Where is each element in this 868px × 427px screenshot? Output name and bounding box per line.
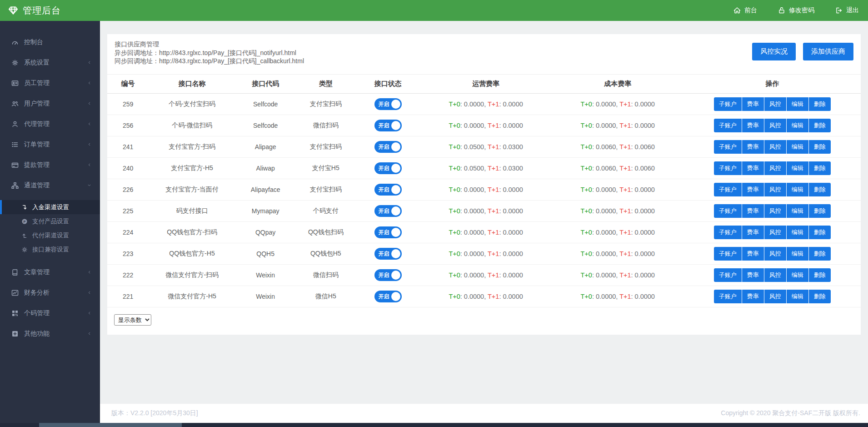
- action-rate-button[interactable]: 费率: [742, 268, 764, 282]
- sidebar-subitem-payout-channel-settings[interactable]: 代付渠道设置: [0, 228, 100, 242]
- action-edit-button[interactable]: 编辑: [787, 140, 808, 154]
- sidebar-subitem-interface-compat-settings[interactable]: 接口兼容设置: [0, 242, 100, 256]
- action-subaccount-button[interactable]: 子账户: [714, 226, 742, 239]
- status-toggle[interactable]: 开启: [374, 162, 402, 174]
- status-toggle[interactable]: 开启: [374, 291, 402, 302]
- action-subaccount-button[interactable]: 子账户: [714, 97, 742, 111]
- status-toggle[interactable]: 开启: [374, 248, 402, 260]
- action-subaccount-button[interactable]: 子账户: [714, 247, 742, 261]
- action-button-group: 子账户费率风控编辑删除: [714, 226, 831, 239]
- sidebar-item-withdraw-management[interactable]: 提款管理: [0, 155, 100, 175]
- action-delete-button[interactable]: 删除: [809, 119, 831, 132]
- row-interface-name: 微信支付官方-扫码: [149, 265, 235, 286]
- action-delete-button[interactable]: 删除: [809, 140, 831, 154]
- action-delete-button[interactable]: 删除: [809, 268, 831, 282]
- action-rate-button[interactable]: 费率: [742, 119, 764, 132]
- action-risk-button[interactable]: 风控: [764, 183, 786, 196]
- action-delete-button[interactable]: 删除: [809, 161, 831, 175]
- action-delete-button[interactable]: 删除: [809, 97, 831, 111]
- sidebar-item-dashboard[interactable]: 控制台: [0, 32, 100, 52]
- status-toggle-label: 开启: [379, 207, 389, 215]
- status-toggle-label: 开启: [379, 143, 389, 151]
- sidebar-item-personal-code-management[interactable]: 个码管理: [0, 303, 100, 323]
- action-delete-button[interactable]: 删除: [809, 183, 831, 196]
- action-rate-button[interactable]: 费率: [742, 290, 764, 303]
- action-risk-button[interactable]: 风控: [764, 161, 786, 175]
- sidebar-item-agent-management[interactable]: 代理管理: [0, 114, 100, 134]
- table-row: 226支付宝官方-当面付Alipayface支付宝扫码开启T+0: 0.0000…: [107, 179, 861, 201]
- sidebar-item-order-management[interactable]: 订单管理: [0, 134, 100, 155]
- action-delete-button[interactable]: 删除: [809, 226, 831, 239]
- sidebar-subitem-deposit-channel-settings[interactable]: 入金渠道设置: [0, 200, 100, 214]
- action-rate-button[interactable]: 费率: [742, 97, 764, 111]
- status-toggle[interactable]: 开启: [374, 184, 402, 196]
- add-supplier-button[interactable]: 添加供应商: [803, 43, 853, 60]
- action-rate-button[interactable]: 费率: [742, 204, 764, 218]
- header-id: 编号: [107, 75, 149, 94]
- action-subaccount-button[interactable]: 子账户: [714, 204, 742, 218]
- sidebar-item-user-management[interactable]: 用户管理: [0, 93, 100, 114]
- sidebar-item-finance-analysis[interactable]: 财务分析: [0, 282, 100, 303]
- horizontal-scrollbar-thumb[interactable]: [39, 423, 182, 427]
- topbar-link-logout[interactable]: 退出: [835, 6, 859, 15]
- action-risk-button[interactable]: 风控: [764, 204, 786, 218]
- page-size-select[interactable]: 显示条数: [114, 314, 151, 326]
- status-toggle[interactable]: 开启: [374, 226, 402, 238]
- sidebar-item-channel-management[interactable]: 通道管理: [0, 175, 100, 196]
- sidebar-item-label: 员工管理: [24, 79, 50, 87]
- action-subaccount-button[interactable]: 子账户: [714, 161, 742, 175]
- action-subaccount-button[interactable]: 子账户: [714, 268, 742, 282]
- sidebar-item-other-functions[interactable]: 其他功能: [0, 323, 100, 344]
- topbar-link-front[interactable]: 前台: [733, 6, 757, 15]
- action-edit-button[interactable]: 编辑: [787, 290, 808, 303]
- action-risk-button[interactable]: 风控: [764, 140, 786, 154]
- action-risk-button[interactable]: 风控: [764, 290, 786, 303]
- action-edit-button[interactable]: 编辑: [787, 161, 808, 175]
- action-delete-button[interactable]: 删除: [809, 247, 831, 261]
- row-interface-code: Weixin: [235, 286, 296, 307]
- action-delete-button[interactable]: 删除: [809, 204, 831, 218]
- status-toggle[interactable]: 开启: [374, 269, 402, 281]
- action-rate-button[interactable]: 费率: [742, 226, 764, 239]
- action-edit-button[interactable]: 编辑: [787, 119, 808, 132]
- status-toggle[interactable]: 开启: [374, 141, 402, 153]
- status-toggle[interactable]: 开启: [374, 120, 402, 131]
- status-toggle[interactable]: 开启: [374, 98, 402, 110]
- row-type: 微信H5: [295, 286, 356, 307]
- table-row: 256个码-微信扫码Selfcode微信扫码开启T+0: 0.0000, T+1…: [107, 115, 861, 136]
- action-risk-button[interactable]: 风控: [764, 226, 786, 239]
- action-risk-button[interactable]: 风控: [764, 268, 786, 282]
- cogs-icon: [21, 246, 28, 253]
- sidebar-item-staff-management[interactable]: 员工管理: [0, 73, 100, 93]
- action-subaccount-button[interactable]: 子账户: [714, 183, 742, 196]
- footer: 版本：V2.2.0 [2020年5月30日] Copyright © 2020 …: [100, 404, 868, 423]
- action-edit-button[interactable]: 编辑: [787, 183, 808, 196]
- action-delete-button[interactable]: 删除: [809, 290, 831, 303]
- status-toggle[interactable]: 开启: [374, 205, 402, 217]
- action-subaccount-button[interactable]: 子账户: [714, 119, 742, 132]
- action-rate-button[interactable]: 费率: [742, 140, 764, 154]
- action-edit-button[interactable]: 编辑: [787, 97, 808, 111]
- action-risk-button[interactable]: 风控: [764, 119, 786, 132]
- action-rate-button[interactable]: 费率: [742, 247, 764, 261]
- action-edit-button[interactable]: 编辑: [787, 268, 808, 282]
- unlock-icon: [778, 7, 785, 14]
- sidebar-item-article-management[interactable]: 文章管理: [0, 262, 100, 282]
- sidebar-item-system-settings[interactable]: 系统设置: [0, 52, 100, 73]
- action-subaccount-button[interactable]: 子账户: [714, 290, 742, 303]
- action-edit-button[interactable]: 编辑: [787, 247, 808, 261]
- action-subaccount-button[interactable]: 子账户: [714, 140, 742, 154]
- sidebar-subitem-payment-product-settings[interactable]: P支付产品设置: [0, 214, 100, 228]
- action-risk-button[interactable]: 风控: [764, 97, 786, 111]
- action-edit-button[interactable]: 编辑: [787, 204, 808, 218]
- action-risk-button[interactable]: 风控: [764, 247, 786, 261]
- action-edit-button[interactable]: 编辑: [787, 226, 808, 239]
- risk-live-button[interactable]: 风控实况: [752, 43, 796, 60]
- action-rate-button[interactable]: 费率: [742, 161, 764, 175]
- chevron-left-icon: [87, 289, 92, 296]
- action-rate-button[interactable]: 费率: [742, 183, 764, 196]
- header-status: 接口状态: [356, 75, 420, 94]
- horizontal-scrollbar[interactable]: [0, 423, 868, 427]
- status-toggle-knob: [391, 142, 400, 151]
- topbar-link-change-password[interactable]: 修改密码: [778, 6, 814, 15]
